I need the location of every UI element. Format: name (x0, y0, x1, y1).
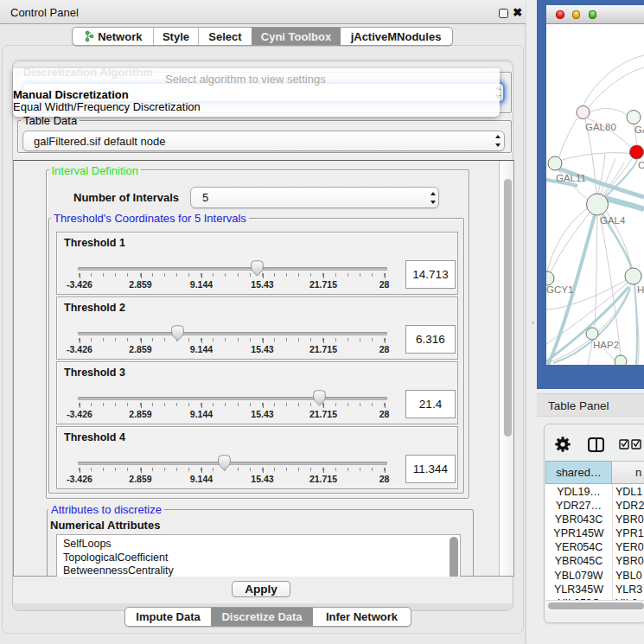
svg-text:GAL80: GAL80 (585, 122, 616, 132)
svg-text:GAL11: GAL11 (556, 173, 586, 183)
svg-text:HAP2: HAP2 (593, 340, 619, 350)
svg-text:GAL4: GAL4 (600, 215, 626, 226)
svg-text:C: C (638, 160, 644, 170)
svg-text:GA: GA (634, 124, 644, 135)
svg-text:GCY1: GCY1 (546, 284, 573, 295)
svg-text:H: H (637, 284, 644, 295)
